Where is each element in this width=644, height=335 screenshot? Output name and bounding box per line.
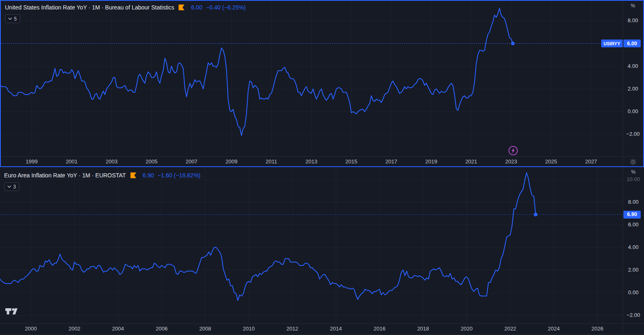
collapse-count: 3 bbox=[13, 184, 16, 190]
x-tick-label: 2025 bbox=[541, 157, 561, 166]
flag-icon[interactable] bbox=[179, 5, 185, 10]
time-axis-separator bbox=[0, 323, 644, 324]
x-tick-label: 2010 bbox=[239, 324, 259, 333]
chart-legend-euro: Euro Area Inflation Rate YoY · 1M · EURO… bbox=[4, 171, 200, 191]
x-tick-label: 2022 bbox=[500, 324, 520, 333]
y-tick-label: 4.00 bbox=[623, 63, 643, 70]
y-tick-label: 0.00 bbox=[623, 289, 644, 296]
chevron-down-icon bbox=[7, 186, 11, 188]
price-axis[interactable]: % 8.006.004.002.000.00−2.00 bbox=[623, 1, 643, 156]
x-tick-label: 2018 bbox=[413, 324, 433, 333]
y-tick-label: 2.00 bbox=[623, 267, 644, 273]
x-tick-label: 2026 bbox=[588, 324, 607, 333]
x-tick-label: 2024 bbox=[544, 324, 564, 333]
series-title[interactable]: Euro Area Inflation Rate YoY · 1M · EURO… bbox=[4, 172, 126, 179]
y-tick-label: −2.00 bbox=[623, 131, 643, 137]
x-tick-label: 2000 bbox=[21, 324, 41, 333]
tradingview-multichart-window: United States Inflation Rate YoY · 1M · … bbox=[0, 0, 644, 335]
x-tick-label: 2011 bbox=[262, 157, 281, 166]
x-tick-label: 2017 bbox=[381, 157, 401, 166]
last-point-marker bbox=[511, 42, 515, 45]
time-axis-separator bbox=[1, 156, 643, 157]
us-inflation-line-chart[interactable] bbox=[1, 1, 623, 156]
chart-legend-us: United States Inflation Rate YoY · 1M · … bbox=[5, 3, 246, 23]
collapse-count: 5 bbox=[14, 16, 17, 22]
x-tick-label: 2002 bbox=[65, 324, 84, 333]
time-axis[interactable]: 1999200120032005200720092011201320152017… bbox=[1, 157, 623, 166]
collapse-sources-button[interactable]: 5 bbox=[5, 14, 20, 23]
y-tick-label: 6.00 bbox=[623, 221, 644, 228]
x-tick-label: 1999 bbox=[22, 157, 42, 166]
chevron-down-icon bbox=[8, 18, 12, 20]
price-scale-unit: % bbox=[623, 169, 644, 175]
y-tick-label: 8.00 bbox=[623, 17, 643, 24]
x-tick-label: 2021 bbox=[461, 157, 481, 166]
symbol-badge[interactable]: USIRYY bbox=[601, 40, 623, 47]
y-tick-label: 2.00 bbox=[623, 86, 643, 92]
x-tick-label: 2012 bbox=[282, 324, 302, 333]
x-tick-label: 2007 bbox=[181, 157, 201, 166]
x-tick-label: 2004 bbox=[108, 324, 128, 333]
series-title[interactable]: United States Inflation Rate YoY · 1M · … bbox=[5, 4, 174, 11]
tradingview-logo[interactable] bbox=[5, 307, 19, 316]
flag-icon[interactable] bbox=[130, 172, 137, 178]
x-tick-label: 2003 bbox=[102, 157, 121, 166]
x-tick-label: 2001 bbox=[62, 157, 81, 166]
sun-autoscale-icon[interactable] bbox=[630, 158, 637, 165]
change-text: −1.60 (−18.82%) bbox=[158, 172, 200, 179]
inflation-series-line bbox=[1, 8, 513, 135]
x-tick-label: 2009 bbox=[222, 157, 242, 166]
bottom-edge-line bbox=[0, 334, 644, 335]
y-tick-label: 0.00 bbox=[623, 108, 643, 115]
y-tick-label: 10.00 bbox=[623, 176, 644, 183]
last-price-badge[interactable]: 6.00 bbox=[623, 40, 641, 47]
y-tick-label: −2.00 bbox=[623, 312, 644, 319]
x-tick-label: 2020 bbox=[457, 324, 477, 333]
x-tick-label: 2008 bbox=[195, 324, 215, 333]
change-text: −0.40 (−6.25%) bbox=[206, 4, 246, 11]
last-value-text: 6.00 bbox=[191, 4, 202, 11]
x-tick-label: 2014 bbox=[326, 324, 346, 333]
inflation-series-line bbox=[0, 173, 536, 301]
x-tick-label: 2015 bbox=[342, 157, 361, 166]
pane-euro-inflation[interactable]: Euro Area Inflation Rate YoY · 1M · EURO… bbox=[0, 167, 644, 335]
y-tick-label: 4.00 bbox=[623, 244, 644, 251]
x-tick-label: 2023 bbox=[501, 157, 521, 166]
price-scale-unit: % bbox=[623, 3, 643, 9]
time-axis[interactable]: 2000200220042006200820102012201420162018… bbox=[0, 324, 623, 333]
pane-us-inflation[interactable]: United States Inflation Rate YoY · 1M · … bbox=[0, 0, 644, 167]
last-point-marker bbox=[534, 213, 537, 216]
x-tick-label: 2013 bbox=[302, 157, 321, 166]
y-tick-label: 8.00 bbox=[623, 199, 644, 205]
x-tick-label: 2006 bbox=[152, 324, 172, 333]
x-tick-label: 2019 bbox=[421, 157, 441, 166]
x-tick-label: 2027 bbox=[581, 157, 601, 166]
collapse-sources-button[interactable]: 3 bbox=[4, 182, 19, 191]
x-tick-label: 2016 bbox=[370, 324, 389, 333]
last-price-badge[interactable]: 6.90 bbox=[623, 211, 641, 219]
flash-event-icon[interactable] bbox=[508, 145, 518, 156]
last-value-text: 6.90 bbox=[143, 172, 154, 179]
x-tick-label: 2005 bbox=[142, 157, 161, 166]
price-axis[interactable]: % 10.008.006.004.002.000.00−2.00 bbox=[623, 167, 644, 323]
